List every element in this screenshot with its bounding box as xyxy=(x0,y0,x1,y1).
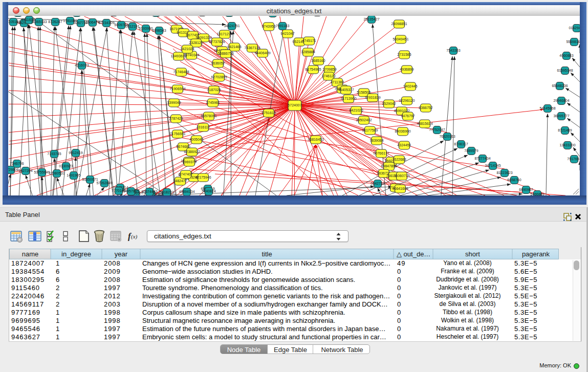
svg-text:1746120: 1746120 xyxy=(321,74,335,78)
svg-text:67737826: 67737826 xyxy=(209,40,225,43)
svg-text:4316117: 4316117 xyxy=(197,125,210,129)
svg-text:28098851: 28098851 xyxy=(391,22,407,26)
svg-text:2421024: 2421024 xyxy=(180,47,194,51)
svg-text:9743953: 9743953 xyxy=(262,25,275,28)
svg-text:31713900: 31713900 xyxy=(340,97,356,100)
svg-text:2606474: 2606474 xyxy=(85,20,99,24)
svg-text:4324451: 4324451 xyxy=(397,143,411,147)
svg-text:71746488: 71746488 xyxy=(173,70,189,74)
svg-text:1745961: 1745961 xyxy=(206,101,220,104)
svg-text:43815614: 43815614 xyxy=(417,122,432,125)
svg-text:4936899: 4936899 xyxy=(400,68,413,71)
svg-text:8726247: 8726247 xyxy=(48,20,62,24)
svg-text:7187026: 7187026 xyxy=(207,88,221,92)
svg-text:1627204: 1627204 xyxy=(18,169,32,172)
svg-text:13493618: 13493618 xyxy=(170,54,186,58)
svg-text:0330923: 0330923 xyxy=(59,164,73,168)
svg-text:02296120: 02296120 xyxy=(399,99,415,102)
svg-text:4216073: 4216073 xyxy=(75,63,89,67)
svg-text:3518233: 3518233 xyxy=(160,190,173,194)
svg-text:87277434: 87277434 xyxy=(474,157,490,160)
svg-text:9751613: 9751613 xyxy=(262,111,275,115)
svg-text:4745171: 4745171 xyxy=(302,39,316,42)
svg-text:94406409: 94406409 xyxy=(254,51,270,55)
svg-text:81177589: 81177589 xyxy=(362,128,378,132)
svg-text:7991183: 7991183 xyxy=(276,24,290,28)
svg-text:7889579: 7889579 xyxy=(464,149,478,152)
svg-text:5724007: 5724007 xyxy=(288,103,301,107)
svg-text:7543303: 7543303 xyxy=(446,49,460,52)
svg-text:2328120: 2328120 xyxy=(189,41,203,45)
svg-text:16060715: 16060715 xyxy=(394,174,409,178)
svg-text:(x): (x) xyxy=(131,233,138,240)
svg-text:49894134: 49894134 xyxy=(179,190,194,193)
svg-text:1491905: 1491905 xyxy=(67,173,80,177)
svg-text:7917693: 7917693 xyxy=(567,157,580,161)
svg-text:1969379: 1969379 xyxy=(182,160,196,164)
svg-text:71756551: 71756551 xyxy=(169,132,185,136)
svg-text:0812191: 0812191 xyxy=(125,25,139,28)
svg-text:36995777: 36995777 xyxy=(553,114,569,118)
svg-text:87234309: 87234309 xyxy=(98,21,114,25)
svg-text:9821465: 9821465 xyxy=(227,45,241,49)
svg-text:69847896: 69847896 xyxy=(381,164,397,168)
svg-text:0842710: 0842710 xyxy=(371,182,384,185)
svg-text:55886753: 55886753 xyxy=(217,52,233,55)
svg-text:3529042: 3529042 xyxy=(382,102,396,105)
svg-text:82175946: 82175946 xyxy=(195,176,211,179)
svg-text:3685160: 3685160 xyxy=(311,59,325,62)
svg-text:17080531: 17080531 xyxy=(49,171,64,175)
svg-text:4711382: 4711382 xyxy=(331,80,344,84)
svg-text:57262849: 57262849 xyxy=(96,181,112,185)
svg-text:8421020: 8421020 xyxy=(349,108,363,112)
svg-text:1476797: 1476797 xyxy=(401,114,415,118)
svg-text:9421047: 9421047 xyxy=(280,32,294,35)
svg-text:6690967: 6690967 xyxy=(519,188,533,191)
svg-text:6193990: 6193990 xyxy=(139,27,153,30)
svg-text:2787429: 2787429 xyxy=(169,117,183,120)
svg-text:34714345: 34714345 xyxy=(485,164,500,167)
svg-text:01429401: 01429401 xyxy=(569,26,580,30)
svg-text:34624751: 34624751 xyxy=(224,24,239,28)
svg-text:76320163: 76320163 xyxy=(439,135,455,138)
svg-text:65648236: 65648236 xyxy=(552,84,568,87)
svg-text:84036900: 84036900 xyxy=(395,129,410,133)
svg-text:3709859: 3709859 xyxy=(322,68,336,71)
svg-text:9402445: 9402445 xyxy=(403,84,417,88)
svg-text:7622683: 7622683 xyxy=(392,158,406,161)
svg-text:32931839: 32931839 xyxy=(364,96,380,99)
svg-text:4005045: 4005045 xyxy=(189,138,203,141)
svg-text:61595148: 61595148 xyxy=(557,69,573,72)
svg-text:01065133: 01065133 xyxy=(31,20,47,24)
svg-text:81754965: 81754965 xyxy=(305,68,321,71)
svg-text:6998543: 6998543 xyxy=(152,29,166,32)
svg-text:96641605: 96641605 xyxy=(392,187,408,190)
svg-text:96816453: 96816453 xyxy=(308,138,323,141)
svg-text:77752047: 77752047 xyxy=(429,128,445,132)
svg-text:8708317: 8708317 xyxy=(454,142,468,146)
svg-text:3285884: 3285884 xyxy=(301,50,315,54)
svg-text:7346706: 7346706 xyxy=(10,162,24,165)
svg-text:54145868: 54145868 xyxy=(539,106,555,110)
svg-text:00766177: 00766177 xyxy=(373,151,389,155)
svg-text:7193745: 7193745 xyxy=(47,152,61,156)
svg-text:62702895: 62702895 xyxy=(211,75,227,79)
svg-text:3747407: 3747407 xyxy=(179,172,192,176)
svg-text:29946804: 29946804 xyxy=(553,99,569,102)
svg-text:5466889: 5466889 xyxy=(530,192,544,195)
svg-text:3482477: 3482477 xyxy=(173,179,187,183)
svg-text:9912419: 9912419 xyxy=(69,151,82,155)
svg-text:34957885: 34957885 xyxy=(123,189,139,193)
svg-text:5240824: 5240824 xyxy=(202,189,215,193)
svg-text:7839084: 7839084 xyxy=(369,139,383,142)
svg-text:71906594: 71906594 xyxy=(169,87,185,91)
svg-text:25135427: 25135427 xyxy=(363,17,379,21)
svg-text:13171274: 13171274 xyxy=(216,32,232,36)
svg-text:96405377: 96405377 xyxy=(338,88,354,92)
svg-text:74367136: 74367136 xyxy=(244,46,260,50)
svg-text:13433200: 13433200 xyxy=(559,143,575,147)
svg-text:39502402: 39502402 xyxy=(356,118,372,122)
svg-text:62729806: 62729806 xyxy=(8,168,19,171)
svg-text:9636057: 9636057 xyxy=(211,61,225,65)
svg-text:8721489: 8721489 xyxy=(558,128,572,132)
